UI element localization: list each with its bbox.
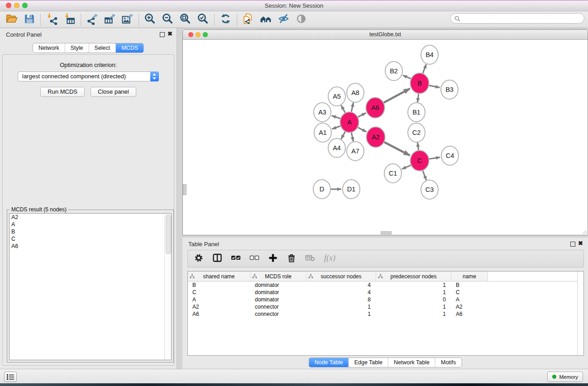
graph-node-B[interactable]: B <box>411 73 429 94</box>
network-horizontal-scrollbar[interactable] <box>381 231 392 234</box>
export-network-button[interactable] <box>83 13 101 27</box>
float-panel-icon[interactable] <box>160 32 165 37</box>
graph-node-B4[interactable]: B4 <box>421 45 438 64</box>
edge-A-A7[interactable] <box>351 133 353 141</box>
graph-node-A6[interactable]: A6 <box>366 98 385 118</box>
criterion-dropdown[interactable]: largest connected component (directed) <box>18 71 159 81</box>
cell-name[interactable]: A6 <box>451 311 488 317</box>
graph-node-D1[interactable]: D1 <box>343 180 360 199</box>
table-row-C[interactable]: Cdominator41C <box>188 289 583 296</box>
edge-A-A6[interactable] <box>358 113 366 117</box>
graph-node-A5[interactable]: A5 <box>328 87 345 106</box>
edge-B-B1[interactable] <box>417 94 418 102</box>
tab-select[interactable]: Select <box>89 43 116 52</box>
first-neighbors-button[interactable] <box>257 13 275 27</box>
graph-node-C3[interactable]: C3 <box>421 180 438 199</box>
close-panel-icon[interactable]: ✖ <box>167 31 172 37</box>
tab-network-table[interactable]: Network Table <box>388 358 435 367</box>
cell-name[interactable]: A2 <box>451 304 488 310</box>
zoom-in-button[interactable] <box>141 13 159 27</box>
graph-node-A4[interactable]: A4 <box>328 138 345 157</box>
task-history-button[interactable] <box>4 372 17 382</box>
edge-A6-B[interactable] <box>384 89 410 103</box>
save-session-button[interactable] <box>20 13 38 27</box>
cell-successor-nodes[interactable]: 4 <box>306 282 376 288</box>
export-image-button[interactable] <box>119 13 136 27</box>
cell-MCDS-role[interactable]: dominator <box>250 296 306 303</box>
tab-mcds[interactable]: MCDS <box>115 43 143 52</box>
cell-shared-name[interactable]: B <box>188 282 250 288</box>
edge-C-C1[interactable] <box>402 165 411 169</box>
network-window-titlebar[interactable]: testGlobe.txt <box>183 30 588 40</box>
memory-button[interactable]: Memory <box>547 372 583 382</box>
hide-graphics-details-button[interactable] <box>275 13 292 27</box>
tab-node-table[interactable]: Node Table <box>309 358 349 367</box>
edge-B-B3[interactable] <box>429 86 440 88</box>
graph-node-B1[interactable]: B1 <box>408 103 425 122</box>
mcds-result-item[interactable]: A2 <box>10 214 171 221</box>
edge-B-B2[interactable] <box>403 75 411 79</box>
import-table-from-file-button[interactable] <box>61 13 78 27</box>
cell-predecessor-nodes[interactable]: 1 <box>376 282 451 288</box>
network-vertical-scrollbar[interactable] <box>183 184 186 195</box>
tab-motifs[interactable]: Motifs <box>435 358 461 367</box>
cell-predecessor-nodes[interactable]: 0 <box>376 296 451 303</box>
mcds-result-item[interactable]: B <box>10 228 171 235</box>
edge-A-A2[interactable] <box>358 128 367 132</box>
select-all-columns-button[interactable] <box>231 253 241 265</box>
add-column-button[interactable] <box>268 253 278 265</box>
import-network-from-file-button[interactable] <box>43 13 61 27</box>
graph-node-A2[interactable]: A2 <box>367 127 385 148</box>
new-network-from-selection-button[interactable] <box>239 13 257 27</box>
window-resize-grip[interactable] <box>581 229 587 234</box>
tab-edge-table[interactable]: Edge Table <box>349 358 388 367</box>
edge-A-A3[interactable] <box>332 116 340 119</box>
edge-A-A4[interactable] <box>341 132 345 139</box>
table-row-A2[interactable]: A2connector11A2 <box>188 303 583 310</box>
column-header-predecessor-nodes[interactable]: predecessor nodes <box>376 272 451 281</box>
cell-MCDS-role[interactable]: connector <box>250 311 306 317</box>
graph-node-B3[interactable]: B3 <box>441 80 458 99</box>
cell-MCDS-role[interactable]: dominator <box>250 289 306 295</box>
unselect-all-columns-button[interactable] <box>249 253 259 265</box>
graph-node-A3[interactable]: A3 <box>314 103 331 122</box>
cell-successor-nodes[interactable]: 1 <box>306 304 376 310</box>
mcds-result-item[interactable]: A6 <box>10 243 171 250</box>
network-canvas[interactable]: B4B2BB3A8A5A6B1A3AC2A1A2A4A7C4CC1C3DD1 <box>183 40 588 235</box>
graph-node-B2[interactable]: B2 <box>385 62 402 81</box>
edge-C-C2[interactable] <box>417 143 418 150</box>
cell-predecessor-nodes[interactable]: 1 <box>376 304 451 310</box>
cell-name[interactable]: B <box>451 282 488 288</box>
table-row-B[interactable]: Bdominator41B <box>188 281 583 289</box>
graph-node-A7[interactable]: A7 <box>347 142 364 161</box>
mcds-result-item[interactable]: A <box>10 221 171 228</box>
cell-shared-name[interactable]: A6 <box>188 311 250 317</box>
graph-node-C1[interactable]: C1 <box>384 164 402 183</box>
run-mcds-button[interactable]: Run MCDS <box>40 87 85 97</box>
cell-successor-nodes[interactable]: 4 <box>306 289 376 295</box>
mcds-result-item[interactable]: C <box>10 235 171 243</box>
graph-node-A[interactable]: A <box>340 112 359 133</box>
tab-style[interactable]: Style <box>65 43 89 52</box>
cell-successor-nodes[interactable]: 1 <box>306 311 376 317</box>
graph-node-A1[interactable]: A1 <box>314 123 331 142</box>
column-header-successor-nodes[interactable]: successor nodes <box>306 272 376 281</box>
graph-node-C[interactable]: C <box>411 151 429 171</box>
open-file-button[interactable] <box>3 13 20 27</box>
zoom-selected-region-button[interactable] <box>194 13 212 27</box>
edge-A-A5[interactable] <box>341 105 345 113</box>
export-table-button[interactable] <box>101 13 119 27</box>
edge-C-C4[interactable] <box>429 157 440 159</box>
close-panel-button[interactable]: Close panel <box>91 87 136 97</box>
edge-A-A1[interactable] <box>332 126 340 129</box>
cell-successor-nodes[interactable]: 8 <box>306 296 376 303</box>
zoom-fit-content-button[interactable] <box>177 13 194 27</box>
cell-name[interactable]: C <box>451 289 488 295</box>
cell-shared-name[interactable]: C <box>188 289 250 295</box>
cell-shared-name[interactable]: A <box>188 296 250 303</box>
cell-predecessor-nodes[interactable]: 1 <box>376 289 451 295</box>
refresh-network-view-button[interactable] <box>217 13 234 27</box>
table-row-A[interactable]: Adominator80A <box>188 296 583 303</box>
search-input[interactable] <box>462 14 582 24</box>
cell-shared-name[interactable]: A2 <box>188 304 250 310</box>
